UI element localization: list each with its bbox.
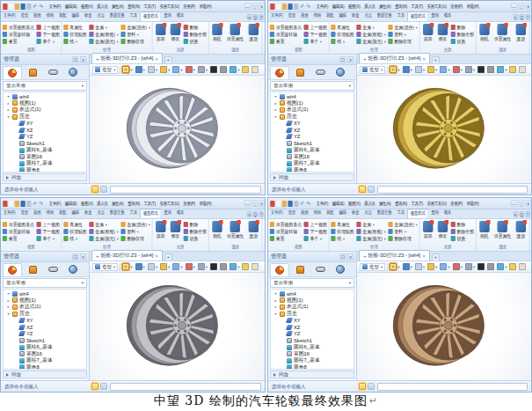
tree-item[interactable]: XY	[4, 120, 86, 127]
render-icon[interactable]	[230, 66, 237, 73]
ribbon-button[interactable]: 塑料▾	[388, 31, 417, 38]
menu-item[interactable]: 文件(F)	[47, 200, 62, 208]
lamp-icon[interactable]	[509, 66, 516, 73]
ribbon-button[interactable]: 线▾	[63, 235, 86, 242]
ribbon-tab[interactable]: 曲面	[298, 209, 310, 218]
tree-item[interactable]: XZ	[271, 127, 353, 134]
tree-item[interactable]: XY	[271, 120, 353, 127]
maximize-button[interactable]: □	[518, 3, 524, 10]
history-tab[interactable]	[270, 263, 289, 276]
undo-icon[interactable]: ↶	[300, 4, 304, 10]
menu-item[interactable]: 插入(I)	[363, 200, 376, 208]
tree-filter-dropdown[interactable]: 显示常用 ▾	[3, 278, 87, 288]
ribbon-button[interactable]: 设置属性	[225, 220, 245, 243]
shade-mode-icon[interactable]	[390, 66, 397, 73]
ribbon-button[interactable]: 金属(抛光)▾	[89, 235, 118, 242]
shade-mode-icon[interactable]	[390, 263, 397, 270]
ribbon-tab[interactable]: 模具	[441, 11, 454, 21]
document-tab[interactable]: + 轮毂-3D打印.Z3 - [wh4] ×	[91, 250, 163, 261]
ribbon-tab[interactable]: 线框	[44, 209, 56, 218]
close-tab-icon[interactable]: ×	[155, 56, 157, 62]
search-icon[interactable]: Q	[520, 211, 524, 217]
section-view-icon[interactable]	[453, 66, 460, 73]
wireframe-mode-icon[interactable]	[403, 263, 410, 270]
ribbon-button[interactable]: 纹理贴图	[63, 228, 86, 235]
ribbon-button[interactable]: 切换	[451, 38, 474, 45]
visual-style-tab[interactable]	[63, 66, 83, 79]
ribbon-button[interactable]: 删除	[451, 221, 474, 228]
close-button[interactable]: ✕	[525, 3, 531, 10]
shade-mode-icon[interactable]	[122, 263, 129, 270]
background-icon[interactable]	[440, 263, 447, 270]
ribbon-button[interactable]: 金属(混合)▾	[388, 221, 417, 228]
ribbon-button[interactable]: 设置属性	[492, 220, 513, 243]
help-icon[interactable]: ?	[525, 211, 529, 217]
section-view-icon[interactable]	[453, 263, 460, 270]
tree-item[interactable]: ▸视图(1)	[4, 297, 86, 305]
tree-item[interactable]: XZ	[271, 324, 353, 331]
tree-item[interactable]: 圆角8	[271, 167, 353, 172]
ribbon-tab[interactable]: 钣金	[82, 11, 94, 21]
ribbon-button[interactable]: 删除纹理	[120, 235, 149, 242]
ribbon-button[interactable]: 删除全部	[184, 31, 207, 38]
dock-button[interactable]: ⊡	[72, 56, 78, 62]
ribbon-tab[interactable]: 数据交换	[107, 209, 128, 218]
render-icon[interactable]	[497, 66, 504, 73]
grid-toggle-icon[interactable]	[198, 263, 205, 270]
ribbon-tab[interactable]: 钣金	[349, 11, 361, 21]
ribbon-tab[interactable]: 点云	[94, 209, 106, 218]
menu-item[interactable]: 属性(A)	[377, 3, 392, 11]
tree-item[interactable]: XY	[271, 317, 353, 324]
ribbon-button[interactable]: 添加	[421, 23, 434, 46]
tree-item[interactable]: 圆柱7_基体	[271, 357, 353, 364]
ribbon-button[interactable]: 纹理贴图	[63, 31, 86, 38]
ribbon-button[interactable]: 金属(抛光)▾	[89, 38, 118, 45]
command-input[interactable]	[110, 383, 261, 391]
tree-item[interactable]: 圆角8	[271, 364, 353, 370]
menu-item[interactable]: 查询(N)	[394, 3, 409, 11]
tree-item[interactable]: ▾wh4	[271, 93, 353, 100]
minimize-button[interactable]: —	[244, 200, 251, 207]
ribbon-button[interactable]: 删除	[451, 24, 474, 31]
print-icon[interactable]	[26, 4, 31, 10]
ribbon-tab[interactable]: 工具	[128, 209, 140, 218]
visual-style-tab[interactable]	[63, 263, 83, 276]
ribbon-button[interactable]: 相机	[477, 220, 491, 243]
grid-view-icon[interactable]	[91, 383, 98, 390]
ribbon-button[interactable]: 添加	[421, 220, 434, 243]
perspective-icon[interactable]	[415, 66, 422, 73]
print-icon[interactable]	[294, 4, 298, 10]
menu-item[interactable]: 实用工具(U)	[158, 3, 180, 11]
ribbon-button[interactable]: 删除	[184, 221, 207, 228]
close-button[interactable]: ✕	[525, 200, 531, 207]
ribbon-tab[interactable]: 编辑	[69, 11, 82, 21]
dock-button[interactable]: ⊡	[339, 253, 346, 260]
menu-item[interactable]: 帮助(H)	[198, 200, 213, 208]
ribbon-tab[interactable]: 曲面	[31, 209, 43, 218]
ribbon-button[interactable]: 下一视图	[36, 228, 59, 235]
tree-item[interactable]: ▸表达式(1)	[271, 304, 353, 311]
viewport[interactable]	[90, 273, 265, 380]
ribbon-tab[interactable]: 点云	[94, 11, 106, 21]
history-tab[interactable]	[270, 66, 289, 79]
ribbon-button[interactable]: 删除	[184, 24, 207, 31]
new-file-icon[interactable]	[9, 4, 13, 10]
ribbon-button[interactable]: 漫游	[514, 220, 528, 243]
close-panel-button[interactable]: ✕	[347, 56, 353, 62]
replay-section[interactable]: 回放	[270, 371, 354, 378]
save-icon[interactable]	[21, 201, 26, 207]
tree-item[interactable]: YZ	[4, 134, 86, 141]
ribbon-tab[interactable]: 装配	[56, 11, 69, 21]
ribbon-tab[interactable]: 装配	[324, 209, 336, 218]
camera-icon[interactable]	[519, 66, 526, 73]
command-input[interactable]	[377, 186, 528, 194]
ribbon-button[interactable]: 真属性	[331, 221, 353, 228]
assembly-tab[interactable]	[290, 263, 310, 276]
visual-style-tab[interactable]	[331, 263, 350, 276]
ribbon-button[interactable]: 重置	[270, 38, 302, 45]
tree-item[interactable]: 圆柱7_基体	[4, 357, 86, 364]
menu-item[interactable]: 实用工具(U)	[158, 200, 180, 208]
ribbon-button[interactable]: 修改	[169, 220, 182, 243]
tree-item[interactable]: ▸表达式(1)	[4, 304, 86, 311]
ribbon-button[interactable]: 修改	[436, 220, 449, 243]
